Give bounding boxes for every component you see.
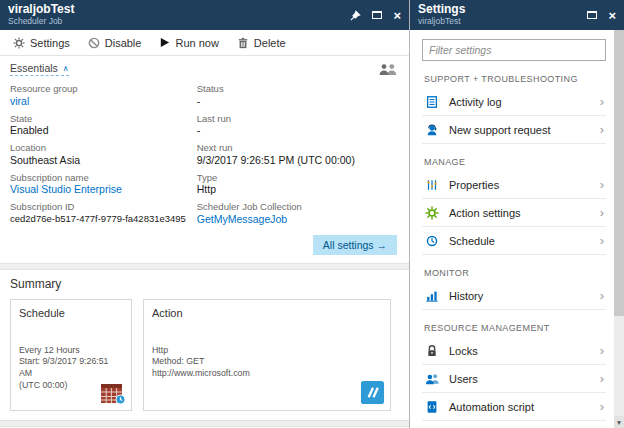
settings-item-label: Users <box>449 373 478 385</box>
chevron-right-icon: › <box>600 344 604 357</box>
field-label: Resource group <box>10 83 197 95</box>
azure-portal-window: viraljobTest Scheduler Job × Settings <box>0 0 624 428</box>
status-value: - <box>197 95 399 109</box>
location-value: Southeast Asia <box>10 154 197 168</box>
summary-section: Summary Schedule Every 12 Hours Start: 9… <box>0 270 409 420</box>
disable-command-button[interactable]: Disable <box>79 30 151 55</box>
field-state: State Enabled <box>10 113 197 139</box>
play-icon <box>159 37 170 48</box>
group-header: SUPPORT + TROUBLESHOOTING <box>424 74 606 84</box>
schedule-tile[interactable]: Schedule Every 12 Hours Start: 9/3/2017 … <box>10 299 132 411</box>
chevron-right-icon: › <box>600 123 604 136</box>
lock-icon <box>424 344 440 358</box>
subscription-id-value: ced2d76e-b517-477f-9779-fa42831e3495 <box>10 213 197 225</box>
subscription-name-link[interactable]: Visual Studio Enterprise <box>10 183 197 197</box>
blade-subtitle: Scheduler Job <box>8 17 350 27</box>
settings-item-schedule[interactable]: Schedule › <box>422 227 606 255</box>
settings-item-label: History <box>449 290 483 302</box>
pin-icon[interactable] <box>350 10 361 21</box>
section-divider <box>0 263 409 270</box>
close-icon[interactable]: × <box>393 9 401 22</box>
delete-command-button[interactable]: Delete <box>228 30 295 55</box>
chevron-right-icon: › <box>600 400 604 413</box>
resource-group-link[interactable]: viral <box>10 95 197 109</box>
chevron-right-icon: › <box>600 289 604 302</box>
field-subscription-name: Subscription name Visual Studio Enterpri… <box>10 172 197 198</box>
group-header: MANAGE <box>424 157 606 167</box>
field-status: Status - <box>197 83 399 109</box>
scheduler-job-blade: viraljobTest Scheduler Job × Settings <box>0 0 409 428</box>
field-label: Next run <box>197 142 399 154</box>
chevron-right-icon: › <box>600 95 604 108</box>
trash-icon <box>237 37 249 49</box>
chevron-right-icon: › <box>600 206 604 219</box>
settings-command-label: Settings <box>30 37 70 49</box>
settings-item-label: Properties <box>449 179 499 191</box>
settings-item-activity-log[interactable]: Activity log › <box>422 88 606 116</box>
command-bar: Settings Disable Run now Delete <box>0 30 409 56</box>
settings-item-history[interactable]: History › <box>422 282 606 310</box>
scrollbar-thumb[interactable] <box>614 30 624 316</box>
maximize-icon[interactable] <box>372 11 382 19</box>
users-icon <box>424 372 440 386</box>
settings-command-button[interactable]: Settings <box>4 30 79 55</box>
run-now-command-label: Run now <box>175 37 218 49</box>
settings-item-action-settings[interactable]: Action settings › <box>422 199 606 227</box>
disable-command-label: Disable <box>105 37 142 49</box>
field-label: Scheduler Job Collection <box>197 201 399 213</box>
settings-item-properties[interactable]: Properties › <box>422 171 606 199</box>
field-location: Location Southeast Asia <box>10 142 197 168</box>
run-now-command-button[interactable]: Run now <box>150 30 227 55</box>
field-label: Subscription name <box>10 172 197 184</box>
settings-item-new-support-request[interactable]: New support request › <box>422 116 606 144</box>
action-icon <box>360 380 385 405</box>
essentials-toggle[interactable]: Essentials ∧ <box>10 62 69 76</box>
schedule-line: Start: 9/3/2017 9:26:51 AM <box>19 356 123 380</box>
action-tile[interactable]: Action Http Method: GET http://www.micro… <box>143 299 391 411</box>
gear-icon <box>13 37 25 49</box>
calendar-icon <box>100 381 126 405</box>
settings-body: SUPPORT + TROUBLESHOOTING Activity log ›… <box>410 30 624 421</box>
script-icon <box>424 400 440 414</box>
prohibition-icon <box>88 37 100 49</box>
settings-item-label: Schedule <box>449 235 495 247</box>
filter-settings-input[interactable] <box>429 44 599 56</box>
settings-item-label: New support request <box>449 124 551 136</box>
maximize-icon[interactable] <box>587 11 597 19</box>
job-blade-header: viraljobTest Scheduler Job × <box>0 0 409 30</box>
support-request-icon <box>424 123 440 137</box>
action-line: http://www.microsoft.com <box>152 368 382 380</box>
settings-item-locks[interactable]: Locks › <box>422 337 606 365</box>
schedule-tile-title: Schedule <box>19 307 123 319</box>
last-run-value: - <box>197 124 399 138</box>
clock-icon <box>424 234 440 248</box>
settings-scrollbar[interactable]: ▼ <box>614 30 624 428</box>
chevron-up-icon: ∧ <box>63 64 69 73</box>
close-icon[interactable]: × <box>608 9 616 22</box>
action-line: Method: GET <box>152 356 382 368</box>
field-label: State <box>10 113 197 125</box>
scroll-down-arrow[interactable]: ▼ <box>614 416 624 428</box>
field-label: Location <box>10 142 197 154</box>
section-divider <box>0 420 409 427</box>
group-header: MONITOR <box>424 268 606 278</box>
settings-blade-titles: Settings viraljobTest <box>418 3 587 27</box>
essentials-left-column: Resource group viral State Enabled Locat… <box>10 83 197 231</box>
action-tile-title: Action <box>152 307 382 319</box>
delete-command-label: Delete <box>254 37 286 49</box>
settings-item-label: Automation script <box>449 401 534 413</box>
summary-title: Summary <box>10 277 399 291</box>
field-label: Status <box>197 83 399 95</box>
bar-chart-icon <box>424 289 440 303</box>
people-icon[interactable] <box>377 63 399 76</box>
blade-header-icons: × <box>350 9 401 22</box>
essentials-label: Essentials <box>10 62 58 74</box>
essentials-bar: Essentials ∧ <box>0 56 409 79</box>
settings-group-monitor: MONITOR History › <box>422 268 606 310</box>
next-run-value: 9/3/2017 9:26:51 PM (UTC 00:00) <box>197 154 399 168</box>
group-header: RESOURCE MANAGEMENT <box>424 323 606 333</box>
settings-item-automation-script[interactable]: Automation script › <box>422 393 606 421</box>
job-collection-link[interactable]: GetMyMessageJob <box>197 213 399 227</box>
all-settings-button[interactable]: All settings → <box>313 235 397 255</box>
settings-item-users[interactable]: Users › <box>422 365 606 393</box>
